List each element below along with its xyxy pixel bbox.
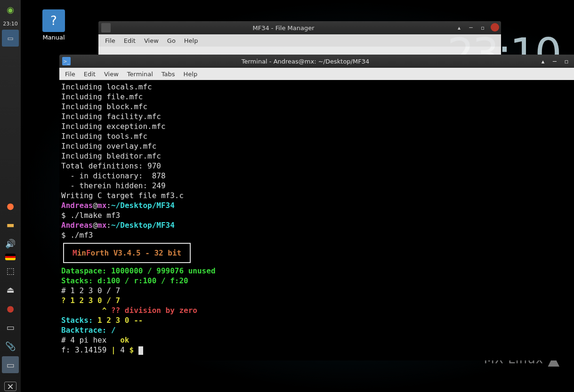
menu-file[interactable]: File (65, 71, 75, 78)
desktop-icon-label: Manual (35, 34, 73, 41)
maximize-button[interactable]: ▫ (477, 23, 488, 32)
desktop-icon-manual[interactable]: ? Manual (35, 9, 73, 41)
term-line: Including bleditor.mfc (61, 152, 161, 160)
folder-icon (101, 23, 111, 32)
files-icon[interactable]: ▬ (2, 216, 19, 233)
fm-menubar: File Edit View Go Help (98, 34, 501, 47)
menu-go[interactable]: Go (167, 37, 176, 44)
term-titlebar[interactable]: >_ Terminal - Andreas@mx: ~/Desktop/MF34… (59, 55, 574, 68)
record-icon[interactable]: ● (2, 300, 19, 317)
term-title: Terminal - Andreas@mx: ~/Desktop/MF34 (73, 58, 537, 65)
menu-edit[interactable]: Edit (124, 37, 136, 44)
rollup-button[interactable]: ▴ (453, 23, 465, 32)
keyboard-layout-icon[interactable] (5, 254, 16, 260)
task-terminal-icon[interactable]: ▭ (2, 30, 19, 47)
minforth-banner: MinForth V3.4.5 - 32 bit (63, 243, 191, 263)
firefox-icon[interactable]: ● (2, 197, 19, 214)
menu-file[interactable]: File (105, 37, 115, 44)
package-icon[interactable]: ⬚ (2, 262, 19, 279)
fm-titlebar[interactable]: MF34 - File Manager ▴ ─ ▫ (98, 21, 501, 34)
term-line: Backtrace: / (61, 326, 116, 335)
rollup-button[interactable]: ▴ (537, 56, 549, 66)
terminal-output[interactable]: Including locals.mfc Including file.mfc … (59, 80, 574, 360)
term-line: Including block.mfc (61, 102, 147, 111)
terminal-icon: >_ (62, 57, 71, 65)
minimize-button[interactable]: ─ (549, 56, 560, 66)
menu-help[interactable]: Help (184, 71, 198, 78)
menu-help[interactable]: Help (184, 37, 198, 44)
show-desktop-icon[interactable]: ✕ (4, 382, 16, 391)
attach-icon[interactable]: 📎 (2, 337, 19, 354)
eject-icon[interactable]: ⏏ (2, 281, 19, 298)
menu-tabs[interactable]: Tabs (162, 71, 175, 78)
term-line: - in dictionary: 878 (61, 171, 166, 180)
term-line: - therein hidden: 249 (61, 181, 166, 190)
term-line: Including overlay.mfc (61, 142, 156, 151)
task-terminal2-icon[interactable]: ▭ (2, 356, 19, 373)
error-message: division by zero (120, 306, 197, 315)
term-menubar: File Edit View Terminal Tabs Help (59, 68, 574, 80)
term-command: ./mf3 (70, 231, 93, 240)
term-command: ./lmake mf3 (70, 211, 120, 220)
term-line: Writing C target file mf3.c (61, 191, 184, 200)
fm-title: MF34 - File Manager (113, 24, 453, 32)
start-menu-icon[interactable]: ◉ (2, 1, 19, 18)
term-line: Including tools.mfc (61, 132, 147, 141)
term-line: Including exception.mfc (61, 122, 166, 131)
term-line: Including locals.mfc (61, 82, 152, 91)
clipboard-icon[interactable]: ▭ (2, 319, 19, 336)
close-button[interactable] (491, 23, 499, 32)
term-line: Dataspace: 1000000 / 999076 unused (61, 266, 216, 275)
desktop[interactable]: ? Manual 23:10 Wednesday January 20 mem … (21, 0, 574, 392)
panel-clock: 23:10 (3, 21, 18, 27)
term-input: 1 2 3 0 / 7 (70, 286, 120, 295)
term-line: Total definitions: 970 (61, 161, 161, 170)
menu-edit[interactable]: Edit (84, 71, 96, 78)
term-line: Stacks: d:100 / r:100 / f:20 (61, 276, 188, 285)
prompt-user: Andreas (61, 201, 93, 210)
menu-view[interactable]: View (104, 71, 119, 78)
maximize-button[interactable]: ▫ (561, 56, 572, 66)
prompt-path: ~/Desktop/MF34 (111, 201, 175, 210)
system-panel: ◉ 23:10 ▭ ● ▬ 🔊 ⬚ ⏏ ● ▭ 📎 ▭ ✕ (0, 0, 21, 392)
term-input: 1 2 3 0 / 7 (70, 296, 120, 305)
term-line: Including file.mfc (61, 92, 143, 101)
menu-terminal[interactable]: Terminal (127, 71, 153, 78)
terminal-cursor (138, 346, 143, 355)
menu-view[interactable]: View (144, 37, 159, 44)
terminal-window[interactable]: >_ Terminal - Andreas@mx: ~/Desktop/MF34… (59, 55, 574, 360)
volume-icon[interactable]: 🔊 (2, 235, 19, 252)
term-line: Including facility.mfc (61, 112, 161, 121)
minimize-button[interactable]: ─ (465, 23, 477, 32)
prompt-symbol: $ (61, 211, 70, 220)
help-icon: ? (42, 9, 65, 32)
